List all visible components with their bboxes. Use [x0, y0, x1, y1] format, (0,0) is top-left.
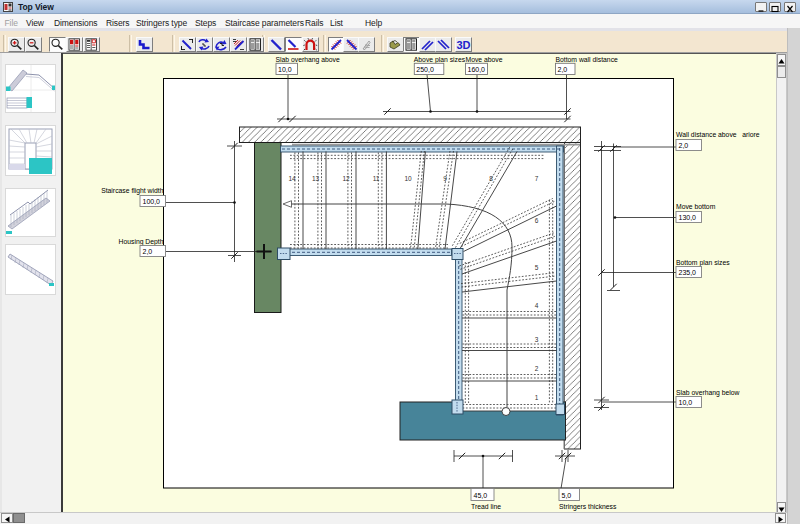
svg-text:2,0: 2,0 [143, 248, 153, 255]
svg-text:Wall distance above ariore: Wall distance above ariore [676, 131, 760, 138]
svg-text:3: 3 [535, 336, 539, 343]
svg-text:Bottom wall distance: Bottom wall distance [556, 56, 619, 63]
svg-text:Housing Depth: Housing Depth [119, 238, 164, 246]
svg-text:45,0: 45,0 [474, 492, 488, 499]
svg-text:100,0: 100,0 [143, 198, 161, 205]
svg-text:250,0: 250,0 [416, 66, 434, 73]
svg-text:14: 14 [288, 175, 296, 182]
svg-text:13: 13 [312, 175, 320, 182]
svg-text:Slab overhang above: Slab overhang above [276, 56, 340, 64]
svg-text:12: 12 [342, 175, 350, 182]
svg-text:5: 5 [535, 264, 539, 271]
svg-text:2,0: 2,0 [679, 142, 689, 149]
svg-text:Staircase flight width: Staircase flight width [101, 187, 164, 195]
svg-text:5,0: 5,0 [562, 492, 572, 499]
svg-text:235,0: 235,0 [679, 269, 697, 276]
svg-text:Stringers thickness: Stringers thickness [559, 503, 617, 511]
svg-text:Slab overhang below: Slab overhang below [676, 389, 740, 397]
svg-text:Bottom plan sizes: Bottom plan sizes [676, 259, 730, 267]
svg-text:10,0: 10,0 [679, 399, 693, 406]
svg-text:160,0: 160,0 [468, 66, 486, 73]
svg-text:Tread line: Tread line [471, 503, 501, 510]
svg-text:10: 10 [404, 175, 412, 182]
svg-text:8: 8 [489, 175, 493, 182]
svg-text:Above plan sizes: Above plan sizes [414, 56, 466, 64]
svg-text:Move above: Move above [466, 56, 503, 63]
svg-text:10,0: 10,0 [278, 66, 292, 73]
svg-text:7: 7 [535, 175, 539, 182]
svg-text:1: 1 [535, 394, 539, 401]
svg-text:6: 6 [535, 217, 539, 224]
svg-text:4: 4 [535, 302, 539, 309]
svg-text:130,0: 130,0 [679, 214, 697, 221]
svg-text:2: 2 [535, 365, 539, 372]
svg-text:2,0: 2,0 [558, 66, 568, 73]
svg-text:Move bottom: Move bottom [676, 203, 716, 210]
svg-text:11: 11 [373, 175, 380, 182]
svg-text:9: 9 [443, 175, 447, 182]
